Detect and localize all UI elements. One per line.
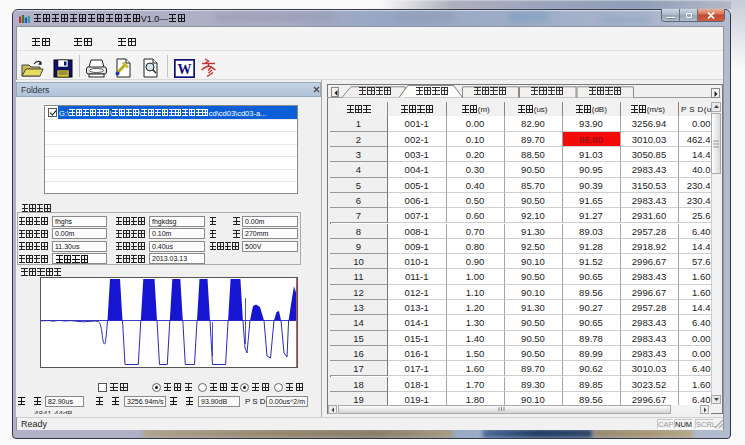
svg-text:W: W [178, 62, 192, 77]
